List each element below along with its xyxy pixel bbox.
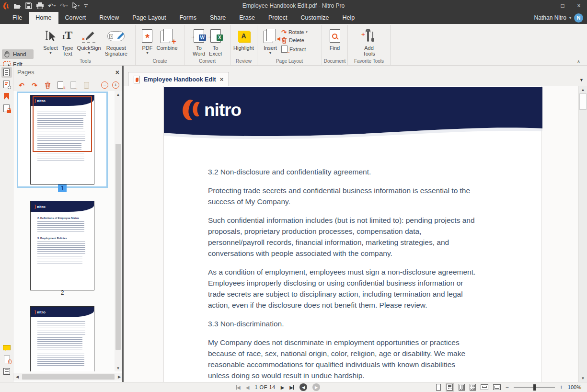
create-pdf-button[interactable]: * PDF ▾ (140, 26, 154, 57)
sidebar-layers-button[interactable] (1, 366, 12, 377)
open-file-button[interactable] (13, 3, 21, 9)
page-indicator[interactable]: 1 OF 14 (254, 384, 275, 390)
hand-tool-button[interactable]: Hand (2, 49, 34, 59)
rotate-left-page-button[interactable]: ↶ (17, 81, 26, 90)
tab-convert[interactable]: Convert (58, 12, 93, 24)
tab-file[interactable]: File (6, 12, 29, 24)
pages-panel-vertical-scrollbar[interactable]: ▲ ▼ (115, 91, 122, 371)
previous-view-button[interactable]: ◀ (299, 383, 307, 391)
tab-protect[interactable]: Protect (262, 12, 294, 24)
scroll-up-arrow[interactable]: ▲ (115, 91, 122, 98)
scroll-down-arrow[interactable]: ▼ (579, 375, 587, 382)
rotate-right-page-button[interactable]: ↷ (30, 81, 39, 90)
minimize-button[interactable]: – (538, 0, 554, 12)
sidebar-bookmarks-button[interactable] (1, 91, 12, 102)
add-tools-icon: + (362, 28, 376, 44)
print-button[interactable] (36, 2, 44, 9)
tab-home[interactable]: Home (29, 12, 58, 24)
sidebar-comments-button[interactable] (1, 342, 12, 353)
ribbon-collapse-button[interactable]: ∧ (577, 59, 580, 64)
rotate-pages-button[interactable]: ↷ Rotate ▾ (281, 29, 308, 35)
continuous-view-button[interactable] (446, 383, 454, 392)
customize-quick-access-button[interactable]: ▾ (84, 4, 88, 8)
zoom-in-button[interactable]: + (560, 384, 563, 391)
zoom-level[interactable]: 100% (568, 384, 581, 390)
request-signature-button[interactable]: x Request Signature (103, 26, 129, 58)
pages-panel-close-button[interactable]: × (115, 69, 119, 76)
sidebar-pages-button[interactable] (1, 67, 12, 78)
document-scroll-thumb[interactable] (579, 93, 587, 110)
combine-button[interactable]: + Combine (154, 26, 179, 52)
maximize-button[interactable]: □ (554, 0, 571, 12)
pdf-page[interactable]: nitro 3.2 Non-disclosure and confidentia… (163, 86, 542, 382)
to-word-button[interactable]: →W To Word (191, 26, 207, 58)
page-thumbnail-3[interactable]: )nitro (17, 303, 108, 371)
scroll-left-arrow[interactable]: ◀ (13, 375, 21, 379)
last-page-button[interactable]: ▶ (289, 385, 294, 390)
pages-panel-horizontal-scrollbar[interactable]: ◀ ▶ (13, 373, 123, 380)
document-tab[interactable]: Employee Handbook Edit × (128, 72, 229, 86)
zoom-out-button[interactable]: − (506, 384, 509, 391)
tab-help[interactable]: Help (336, 12, 362, 24)
to-excel-button[interactable]: →X To Excel (207, 26, 224, 58)
scroll-up-arrow[interactable]: ▲ (579, 86, 587, 93)
redo-dropdown-caret[interactable]: ▾ (66, 4, 68, 8)
insert-pages-button[interactable]: ◀ Insert ▾ (261, 26, 279, 57)
tab-customize[interactable]: Customize (294, 12, 336, 24)
quicksign-button[interactable]: × QuickSign ▾ (75, 26, 103, 57)
cursor-dropdown-caret[interactable]: ▾ (78, 4, 80, 8)
add-tools-button[interactable]: + Add Tools (360, 26, 378, 58)
thumbnail-zoom-out-button[interactable]: − (101, 81, 108, 89)
fit-width-view-button[interactable] (481, 384, 488, 390)
zoom-slider[interactable] (514, 387, 555, 388)
highlight-button[interactable]: A Highlight (233, 26, 254, 52)
tab-share[interactable]: Share (203, 12, 232, 24)
tab-forms[interactable]: Forms (173, 12, 203, 24)
zoom-slider-thumb[interactable] (533, 384, 536, 391)
thumbnail-zoom-in-button[interactable]: + (112, 81, 119, 89)
user-account-menu[interactable]: Nathan Nitro ▾ N (534, 12, 583, 24)
undo-button[interactable]: ↶▾ (48, 2, 56, 10)
paste-page-button[interactable] (82, 81, 91, 90)
scroll-down-arrow[interactable]: ▼ (115, 365, 122, 371)
page-thumbnail-1[interactable]: )nitro (17, 92, 108, 188)
full-screen-view-button[interactable] (493, 384, 501, 390)
delete-pages-button[interactable]: Delete (281, 37, 308, 44)
tab-erase[interactable]: Erase (232, 12, 262, 24)
pages-panel-scroll-thumb[interactable] (115, 144, 121, 350)
next-view-button[interactable]: ▶ (312, 383, 320, 391)
document-canvas[interactable]: nitro 3.2 Non-disclosure and confidentia… (124, 86, 587, 382)
pages-panel-hscroll-thumb[interactable] (22, 374, 115, 380)
quad-pages-view-button[interactable] (470, 384, 476, 391)
document-vertical-scrollbar[interactable]: ▲ ▼ (578, 86, 587, 382)
single-page-view-button[interactable] (436, 384, 441, 391)
tab-overflow-button[interactable]: ▼ (579, 78, 584, 82)
find-button[interactable]: Find (328, 26, 342, 52)
extract-page-button[interactable]: → (69, 81, 78, 90)
sidebar-signatures-button[interactable] (1, 79, 12, 90)
sidebar-attachments-button[interactable] (1, 354, 12, 365)
undo-dropdown-caret[interactable]: ▾ (54, 4, 56, 8)
sidebar-security-button[interactable] (1, 103, 12, 114)
close-button[interactable]: × (571, 0, 587, 12)
next-page-button[interactable]: ▶ (281, 385, 285, 390)
tab-review[interactable]: Review (92, 12, 126, 24)
page-thumbnail-2[interactable]: )nitro 2. Definitions of Employee Status… (17, 197, 108, 294)
select-cursor-button[interactable]: ▾ (72, 2, 80, 9)
save-button[interactable] (25, 2, 32, 9)
select-button[interactable]: Select ▾ (41, 26, 60, 57)
page-viewport-indicator[interactable] (33, 96, 92, 152)
delete-page-button[interactable] (43, 81, 52, 90)
redo-button[interactable]: ↷▾ (60, 2, 68, 10)
extract-pages-button[interactable]: → Extract (281, 46, 308, 53)
type-text-button[interactable]: IT Type Text (60, 26, 75, 58)
avatar[interactable]: N (574, 13, 583, 23)
first-page-button[interactable]: ◀ (236, 385, 241, 390)
previous-page-button[interactable]: ◀ (246, 385, 250, 390)
quicksign-icon: × (82, 28, 96, 44)
nitro-flame-icon (181, 99, 201, 122)
document-tab-close-button[interactable]: × (220, 76, 224, 83)
insert-page-button[interactable]: + (56, 81, 65, 90)
facing-pages-view-button[interactable] (459, 384, 465, 391)
tab-page-layout[interactable]: Page Layout (126, 12, 173, 24)
